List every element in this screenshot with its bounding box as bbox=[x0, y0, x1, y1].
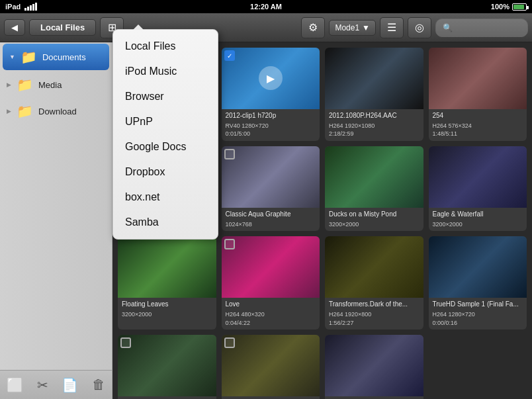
chevron-icon: ▼ bbox=[9, 54, 15, 60]
gear-button[interactable]: ⚙ bbox=[301, 17, 325, 38]
chevron-down-icon: ▼ bbox=[362, 23, 370, 32]
toolbar: ◀ Local Files ⊞ ⚙ Mode1 ▼ ☰ ◎ bbox=[0, 13, 532, 42]
video-thumb-6 bbox=[222, 146, 320, 208]
video-thumb-4 bbox=[429, 48, 527, 109]
video-info-3: H264 1920×10802:18/2:59 bbox=[325, 119, 423, 141]
video-card-6[interactable]: Classic Aqua Graphite 1024×768 bbox=[222, 146, 320, 231]
video-title-14: dash-tlhotl-sample bbox=[222, 396, 320, 399]
status-left: iPad bbox=[5, 3, 37, 11]
video-card-9[interactable]: Floating Leaves 3200×2000 bbox=[118, 236, 216, 330]
sidebar-delete-icon[interactable]: 🗑 bbox=[92, 377, 105, 392]
sidebar-copy-icon[interactable]: 📄 bbox=[62, 377, 78, 393]
folder-icon-documents: 📁 bbox=[21, 49, 37, 65]
sidebar-label-media: Media bbox=[38, 80, 62, 90]
video-checkbox-6[interactable] bbox=[224, 149, 235, 159]
menu-item-google-docs[interactable]: Google Docs bbox=[113, 134, 218, 159]
toolbar-title: Local Files bbox=[29, 19, 96, 36]
sidebar-bottom: ⬜ ✂ 📄 🗑 bbox=[0, 370, 112, 399]
main-container: ◀ Local Files ⊞ ⚙ Mode1 ▼ ☰ ◎ ▼ 📁 Docume… bbox=[0, 13, 532, 399]
play-button-2[interactable]: ▶ bbox=[259, 66, 283, 90]
menu-item-browser[interactable]: Browser bbox=[113, 84, 218, 109]
video-thumb-13 bbox=[118, 335, 216, 396]
source-dropdown-menu: Local Files iPod Music Browser UPnP Goog… bbox=[112, 42, 218, 240]
menu-item-samba[interactable]: Samba bbox=[113, 210, 218, 235]
video-info-10: H264 480×3200:04/4:22 bbox=[222, 308, 320, 330]
video-thumb-9 bbox=[118, 236, 216, 298]
content-area: ▼ 📁 Documents ▶ 📁 Media ▶ 📁 Download ⬜ ✂… bbox=[0, 42, 532, 399]
video-checkbox-2[interactable]: ✓ bbox=[224, 50, 235, 61]
menu-item-ipod-music[interactable]: iPod Music bbox=[113, 59, 218, 84]
video-card-2[interactable]: ✓ ▶ 2012-clip1 h720p RV40 1280×7200:01/5… bbox=[222, 48, 320, 141]
video-info-2: RV40 1280×7200:01/5:00 bbox=[222, 119, 320, 141]
video-title-15: harrypotter_h720p.divx bbox=[325, 396, 423, 399]
video-card-11[interactable]: Transformers.Dark of the... H264 1920×80… bbox=[325, 236, 423, 330]
status-time: 12:20 AM bbox=[250, 3, 282, 11]
video-info-11: H264 1920×8001:56/2:27 bbox=[325, 308, 423, 330]
sidebar-cut-icon[interactable]: ✂ bbox=[37, 377, 48, 393]
mode-label: Mode1 bbox=[335, 23, 359, 32]
video-checkbox-14[interactable] bbox=[224, 337, 235, 348]
search-input[interactable] bbox=[435, 19, 528, 37]
video-thumb-8 bbox=[429, 146, 527, 208]
video-card-3[interactable]: 2012.1080P.H264.AAC H264 1920×10802:18/2… bbox=[325, 48, 423, 141]
mode-selector[interactable]: Mode1 ▼ bbox=[329, 20, 376, 36]
video-title-6: Classic Aqua Graphite bbox=[222, 208, 320, 218]
video-title-11: Transformers.Dark of the... bbox=[325, 298, 423, 308]
video-title-8: Eagle & Waterfall bbox=[429, 208, 527, 218]
video-info-8: 3200×2000 bbox=[429, 218, 527, 232]
grid-button[interactable]: ☰ bbox=[380, 17, 404, 38]
video-card-14[interactable]: dash-tlhotl-sample MPEG4 624×3360:29/0:5… bbox=[222, 335, 320, 399]
video-card-13[interactable]: circle-hlra.sample MPEG4 624×3360:38/1:0… bbox=[118, 335, 216, 399]
status-right: 100% bbox=[491, 3, 527, 11]
video-thumb-15 bbox=[325, 335, 423, 396]
video-card-7[interactable]: Ducks on a Misty Pond 3200×2000 bbox=[325, 146, 423, 231]
video-info-4: H264 576×3241:48/5:11 bbox=[429, 119, 527, 141]
compass-button[interactable]: ◎ bbox=[408, 17, 431, 38]
video-title-7: Ducks on a Misty Pond bbox=[325, 208, 423, 218]
video-thumb-7 bbox=[325, 146, 423, 208]
video-thumb-14 bbox=[222, 335, 320, 396]
status-bar: iPad 12:20 AM 100% bbox=[0, 0, 532, 13]
ipad-label: iPad bbox=[5, 3, 21, 11]
battery-icon bbox=[512, 3, 527, 11]
menu-item-local-files[interactable]: Local Files bbox=[113, 42, 218, 59]
back-button[interactable]: ◀ bbox=[4, 19, 25, 36]
video-checkbox-10[interactable] bbox=[224, 239, 235, 249]
video-title-10: Love bbox=[222, 298, 320, 308]
menu-item-dropbox[interactable]: Dropbox bbox=[113, 159, 218, 185]
video-card-12[interactable]: TrueHD Sample 1 (Final Fa... H264 1280×7… bbox=[429, 236, 527, 330]
video-title-12: TrueHD Sample 1 (Final Fa... bbox=[429, 298, 527, 308]
sidebar-item-download[interactable]: ▶ 📁 Download bbox=[0, 98, 112, 124]
chevron-right-icon-download: ▶ bbox=[7, 108, 11, 114]
video-card-15[interactable]: harrypotter_h720p.divx MPEG4 1280×5440:0… bbox=[325, 335, 423, 399]
wifi-signal bbox=[24, 3, 37, 11]
menu-item-upnp[interactable]: UPnP bbox=[113, 109, 218, 134]
video-info-12: H264 1280×7200:00/0:16 bbox=[429, 308, 527, 330]
video-thumb-2: ✓ ▶ bbox=[222, 48, 320, 109]
video-thumb-12 bbox=[429, 236, 527, 298]
battery-percent: 100% bbox=[491, 3, 510, 11]
sidebar-item-media[interactable]: ▶ 📁 Media bbox=[0, 71, 112, 98]
video-title-13: circle-hlra.sample bbox=[118, 396, 216, 399]
video-card-4[interactable]: 254 H264 576×3241:48/5:11 bbox=[429, 48, 527, 141]
video-info-9: 3200×2000 bbox=[118, 308, 216, 322]
chevron-right-icon-media: ▶ bbox=[7, 81, 11, 88]
sidebar-label-documents: Documents bbox=[42, 52, 86, 62]
sidebar-new-folder-icon[interactable]: ⬜ bbox=[7, 377, 23, 393]
video-checkbox-13[interactable] bbox=[120, 337, 131, 348]
video-title-2: 2012-clip1 h720p bbox=[222, 109, 320, 119]
folder-icon-download: 📁 bbox=[17, 103, 33, 119]
video-card-10[interactable]: Love H264 480×3200:04/4:22 bbox=[222, 236, 320, 330]
video-title-4: 254 bbox=[429, 109, 527, 119]
video-thumb-10 bbox=[222, 236, 320, 298]
menu-item-boxnet[interactable]: box.net bbox=[113, 185, 218, 210]
video-info-7: 3200×2000 bbox=[325, 218, 423, 232]
video-thumb-3 bbox=[325, 48, 423, 109]
video-title-9: Floating Leaves bbox=[118, 298, 216, 308]
sidebar-label-download: Download bbox=[38, 107, 77, 116]
sidebar-item-documents[interactable]: ▼ 📁 Documents bbox=[3, 44, 109, 70]
video-thumb-11 bbox=[325, 236, 423, 298]
folder-icon-media: 📁 bbox=[17, 77, 33, 93]
video-card-8[interactable]: Eagle & Waterfall 3200×2000 bbox=[429, 146, 527, 231]
video-title-3: 2012.1080P.H264.AAC bbox=[325, 109, 423, 119]
